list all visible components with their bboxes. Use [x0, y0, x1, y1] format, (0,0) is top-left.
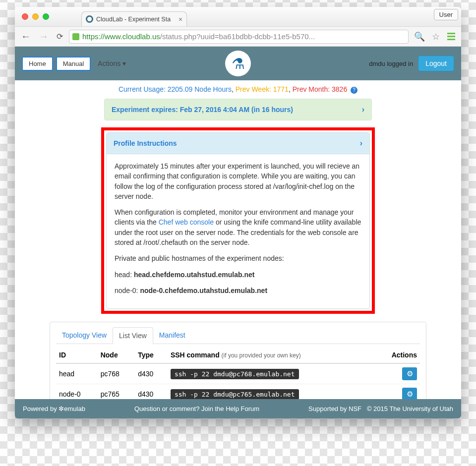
usage-hours[interactable]: 2205.09 Node Hours — [168, 85, 232, 93]
instructions-header[interactable]: Profile Instructions › — [107, 133, 369, 154]
browser-tab[interactable]: CloudLab - Experiment Sta × — [81, 11, 187, 26]
instructions-p1: Approximately 15 minutes after your expe… — [115, 161, 361, 201]
expire-text: Experiment expires: Feb 27, 2016 4:04 AM… — [112, 106, 293, 114]
ssh-command[interactable]: ssh -p 22 dmdu@pc768.emulab.net — [171, 369, 299, 379]
minimize-icon[interactable] — [32, 13, 39, 20]
home-button[interactable]: Home — [22, 57, 53, 71]
zoom-icon[interactable] — [43, 13, 49, 20]
chevron-right-icon: › — [360, 139, 362, 148]
star-icon[interactable]: ☆ — [430, 31, 441, 42]
highlight-box: Profile Instructions › Approximately 15 … — [101, 127, 375, 314]
browser-window: CloudLab - Experiment Sta × User ← → ⟳ h… — [15, 7, 461, 418]
content-area: Current Usage: 2205.09 Node Hours, Prev … — [15, 80, 461, 399]
node-table: ID Node Type SSH command (if you provide… — [56, 347, 420, 399]
usage-week: Prev Week: 1771 — [236, 85, 289, 93]
favicon-icon — [86, 15, 93, 23]
chevron-right-icon: › — [362, 105, 364, 114]
reload-icon[interactable]: ⟳ — [55, 32, 65, 41]
titlebar: CloudLab - Experiment Sta × User — [15, 7, 461, 27]
view-tabs: Topology View List View Manifest — [56, 327, 420, 344]
lock-icon — [72, 33, 79, 40]
chef-console-link[interactable]: Chef web console — [159, 218, 214, 226]
info-icon[interactable]: ? — [351, 87, 357, 94]
col-id: ID — [56, 347, 98, 363]
ssh-command[interactable]: ssh -p 22 dmdu@pc765.emulab.net — [171, 389, 299, 399]
window-controls — [22, 13, 49, 20]
usage-summary: Current Usage: 2205.09 Node Hours, Prev … — [15, 83, 461, 99]
user-button[interactable]: User — [434, 9, 458, 20]
search-icon[interactable]: 🔍 — [413, 31, 426, 42]
col-node: Node — [98, 347, 135, 363]
gear-icon[interactable]: ⚙ — [402, 388, 417, 399]
instructions-title: Profile Instructions — [114, 139, 177, 147]
footer-support: Supported by NSF © 2015 The University o… — [308, 405, 453, 412]
gear-icon[interactable]: ⚙ — [402, 367, 417, 380]
manual-button[interactable]: Manual — [56, 57, 91, 71]
url-bar[interactable]: https ://www.cloudlab.us /status.php?uui… — [69, 30, 409, 44]
menu-icon[interactable] — [445, 33, 457, 40]
logged-in-text: dmdu logged in — [369, 60, 413, 67]
instructions-body: Approximately 15 minutes after your expe… — [107, 154, 369, 308]
app-footer: Powered by ✼emulab Question or comment? … — [15, 399, 461, 418]
flask-icon: ⚗ — [232, 55, 245, 72]
browser-toolbar: ← → ⟳ https ://www.cloudlab.us /status.p… — [15, 27, 461, 47]
footer-question[interactable]: Question or comment? Join the Help Forum — [134, 405, 259, 412]
back-icon[interactable]: ← — [19, 31, 33, 42]
instructions-p2: When configuration is completed, monitor… — [115, 207, 361, 247]
col-type: Type — [135, 347, 168, 363]
tab-topology[interactable]: Topology View — [56, 327, 113, 344]
instructions-node0-host: node-0: node-0.chefdemo.utahstud.emulab.… — [115, 286, 361, 295]
instructions-panel: Profile Instructions › Approximately 15 … — [106, 132, 370, 309]
tab-manifest[interactable]: Manifest — [153, 327, 191, 344]
actions-dropdown[interactable]: Actions ▾ — [98, 59, 126, 67]
app-logo[interactable]: ⚗ — [225, 51, 251, 76]
usage-prefix: Current Usage: — [119, 85, 168, 93]
node-list-pane: Topology View List View Manifest ID Node… — [50, 322, 426, 399]
app-header: Home Manual Actions ▾ ⚗ dmdu logged in L… — [15, 47, 461, 80]
col-actions: Actions — [373, 347, 420, 363]
tab-title: CloudLab - Experiment Sta — [96, 16, 171, 23]
tab-list[interactable]: List View — [113, 327, 153, 344]
usage-month: Prev Month: 3826 — [293, 85, 348, 93]
footer-powered[interactable]: Powered by ✼emulab — [23, 405, 85, 412]
forward-icon: → — [37, 31, 51, 42]
url-scheme: https — [82, 32, 99, 41]
url-host: ://www.cloudlab.us — [99, 32, 160, 41]
instructions-head-host: head: head.chefdemo.utahstud.emulab.net — [115, 270, 361, 280]
table-row: head pc768 d430 ssh -p 22 dmdu@pc768.emu… — [56, 363, 420, 384]
instructions-p3: Private and public hostnames of the expe… — [115, 253, 361, 263]
table-row: node-0 pc765 d430 ssh -p 22 dmdu@pc765.e… — [56, 384, 420, 399]
expire-panel[interactable]: Experiment expires: Feb 27, 2016 4:04 AM… — [104, 99, 372, 120]
url-path: /status.php?uuid=ba61bdbb-dcbb-11e5-b570… — [160, 32, 315, 41]
logout-button[interactable]: Logout — [418, 56, 454, 71]
close-icon[interactable] — [22, 13, 28, 20]
col-ssh: SSH command (if you provided your own ke… — [168, 347, 373, 363]
tab-close-icon[interactable]: × — [178, 15, 182, 23]
